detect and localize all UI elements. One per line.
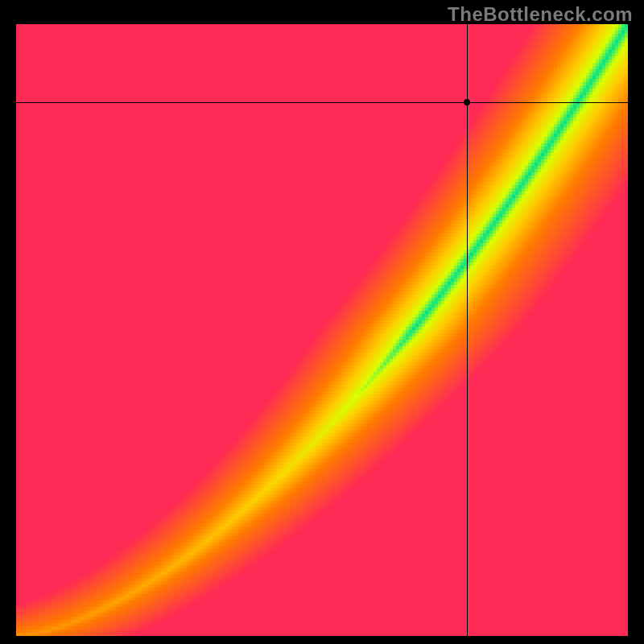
chart-container: TheBottleneck.com — [0, 0, 644, 644]
watermark-text: TheBottleneck.com — [448, 3, 633, 26]
crosshair-horizontal — [16, 102, 628, 103]
marker-point-icon — [464, 99, 470, 105]
bottleneck-heatmap — [16, 24, 628, 636]
crosshair-vertical — [467, 24, 468, 636]
